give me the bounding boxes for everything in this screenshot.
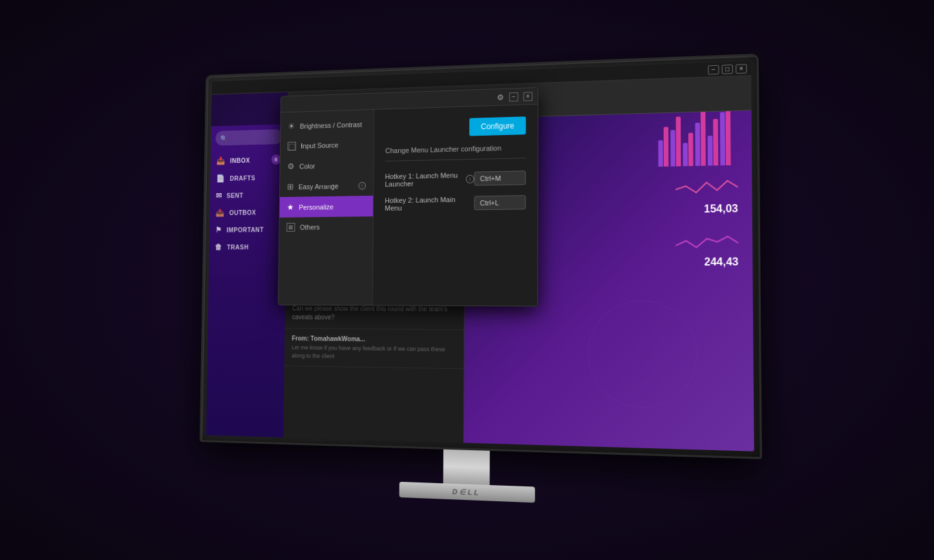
others-icon: ⊠ xyxy=(286,223,295,232)
outbox-label: OUTBOX xyxy=(229,209,256,216)
important-label: IMPORTANT xyxy=(226,225,264,233)
outer-titlebar-controls[interactable]: − □ × xyxy=(708,63,747,74)
ddm-titlebar-controls: ⚙ − × xyxy=(496,91,532,101)
outer-minimize-btn[interactable]: − xyxy=(708,65,719,74)
hotkey-1-text: Hotkey 1: Launch Menu Launcher xyxy=(385,171,462,188)
hotkey-row-1: Hotkey 1: Launch Menu Launcher i xyxy=(385,170,525,188)
ddm-menu-sidebar: ☀ Brightness / Contrast ⬚ Input Source xyxy=(278,109,374,305)
hotkey-2-input[interactable] xyxy=(474,195,525,210)
ddm-close-icon[interactable]: × xyxy=(523,91,532,100)
ddm-settings-icon[interactable]: ⚙ xyxy=(496,92,504,101)
monitor-screen: QUARTERLY MARKET ANALYSIS xyxy=(206,61,754,451)
sidebar-search-icon: 🔍 xyxy=(220,134,227,141)
ddm-content: Configure Change Menu Launcher configura… xyxy=(372,104,537,306)
trash-label: TRASH xyxy=(227,243,249,250)
trash-icon: 🗑 xyxy=(215,242,222,251)
input-source-label: Input Source xyxy=(301,141,338,149)
ddm-menu-color[interactable]: ⚙ Color xyxy=(280,154,373,176)
brightness-icon: ☀ xyxy=(288,121,295,130)
hotkey-2-label: Hotkey 2: Launch Main Menu xyxy=(385,195,474,212)
sidebar-item-trash[interactable]: 🗑 TRASH xyxy=(209,238,286,256)
ddm-menu-others[interactable]: ⊠ Others xyxy=(279,216,373,237)
sidebar-nav: 📥 INBOX 6 📄 DRAFTS xyxy=(209,150,287,256)
personalize-label: Personalize xyxy=(299,203,334,211)
color-icon: ⚙ xyxy=(287,161,294,171)
sent-label: SENT xyxy=(226,191,243,198)
sent-icon: ✉ xyxy=(215,191,222,200)
outbox-icon: 📤 xyxy=(215,208,224,216)
email-body-2: Let me know if you have any feedback or … xyxy=(292,344,456,362)
ddm-menu-easy-arrange[interactable]: ⊞ Easy Arrange i xyxy=(279,174,373,196)
ddm-menu-input[interactable]: ⬚ Input Source xyxy=(280,134,373,156)
monitor: QUARTERLY MARKET ANALYSIS xyxy=(198,53,762,511)
hotkey-2-text: Hotkey 2: Launch Main Menu xyxy=(385,195,474,212)
drafts-icon: 📄 xyxy=(216,174,225,183)
ddm-window: ⚙ − × ☀ B xyxy=(277,87,538,306)
configure-button[interactable]: Configure xyxy=(469,116,526,136)
inbox-label: INBOX xyxy=(229,156,249,163)
easy-arrange-label: Easy Arrange xyxy=(298,181,353,190)
email-text-1: Can we please show the client this round… xyxy=(292,304,456,322)
others-label: Others xyxy=(299,223,319,231)
monitor-stand-neck xyxy=(443,449,489,484)
input-source-icon: ⬚ xyxy=(287,141,295,150)
important-icon: ⚑ xyxy=(215,225,222,234)
inbox-icon: 📥 xyxy=(216,156,225,165)
hotkey-1-label: Hotkey 1: Launch Menu Launcher i xyxy=(385,171,474,187)
drafts-label: DRAFTS xyxy=(229,174,255,181)
outer-close-btn[interactable]: × xyxy=(736,63,747,73)
outer-maximize-btn[interactable]: □ xyxy=(721,64,732,74)
sidebar-item-drafts[interactable]: 📄 DRAFTS xyxy=(210,168,287,187)
ddm-minimize-icon[interactable]: − xyxy=(509,92,518,101)
monitor-stand-base: D∈LL xyxy=(399,481,535,503)
ddm-divider xyxy=(385,158,525,161)
sidebar: 🔍 📥 INBOX 6 xyxy=(206,124,287,437)
hotkey-1-info-icon: i xyxy=(465,174,474,183)
email-from-2: From: TomahawkWoma... xyxy=(292,335,456,344)
sidebar-item-sent[interactable]: ✉ SENT xyxy=(209,185,286,204)
sidebar-item-outbox[interactable]: 📤 OUTBOX xyxy=(209,203,286,221)
ddm-configure-row: Configure xyxy=(385,116,525,138)
hotkey-row-2: Hotkey 2: Launch Main Menu xyxy=(385,194,525,212)
monitor-bezel: QUARTERLY MARKET ANALYSIS xyxy=(199,53,761,459)
dell-logo: D∈LL xyxy=(452,487,480,497)
sidebar-item-inbox[interactable]: 📥 INBOX 6 xyxy=(210,150,286,170)
easy-arrange-info-icon: i xyxy=(358,181,365,189)
easy-arrange-icon: ⊞ xyxy=(287,181,293,191)
ddm-description: Change Menu Launcher configuration xyxy=(385,143,525,154)
ddm-body: ☀ Brightness / Contrast ⬚ Input Source xyxy=(278,104,537,306)
ddm-menu-brightness[interactable]: ☀ Brightness / Contrast xyxy=(281,113,374,136)
hotkey-1-input[interactable] xyxy=(474,171,525,185)
color-label: Color xyxy=(299,161,315,169)
sidebar-item-important[interactable]: ⚑ IMPORTANT xyxy=(209,220,286,238)
sidebar-search[interactable]: 🔍 xyxy=(215,129,282,145)
ddm-menu-personalize[interactable]: ★ Personalize xyxy=(279,195,373,217)
email-item-2[interactable]: From: TomahawkWoma... Let me know if you… xyxy=(284,328,463,369)
brightness-label: Brightness / Contrast xyxy=(299,120,361,129)
personalize-icon: ★ xyxy=(286,202,293,212)
